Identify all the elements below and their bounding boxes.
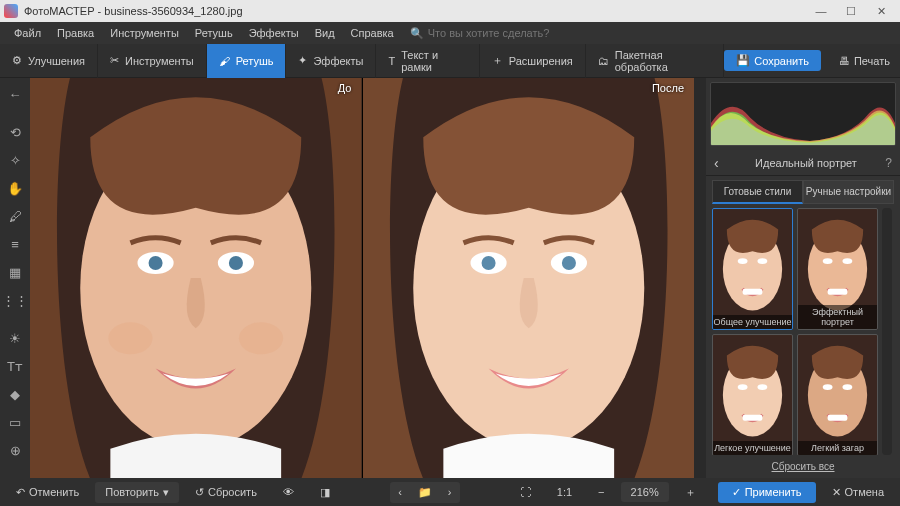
- tool-sliders-icon[interactable]: ≡: [3, 232, 27, 256]
- print-button[interactable]: 🖶Печать: [829, 51, 900, 71]
- tab-label: Инструменты: [125, 55, 194, 67]
- plus-icon: ＋: [492, 53, 503, 68]
- tab-batch[interactable]: 🗂Пакетная обработка: [586, 44, 725, 78]
- svg-point-27: [757, 384, 767, 390]
- prev-file-button[interactable]: ‹: [390, 482, 410, 503]
- tool-heal-icon[interactable]: ✧: [3, 148, 27, 172]
- preset-item[interactable]: Эффектный портрет: [797, 208, 878, 330]
- fit-button[interactable]: ⛶: [510, 482, 541, 502]
- canvas[interactable]: До После: [30, 78, 706, 478]
- svg-point-26: [738, 384, 748, 390]
- tab-text-frames[interactable]: TТекст и рамки: [376, 44, 479, 78]
- crop-icon: ✂: [110, 54, 119, 67]
- after-label: После: [652, 82, 684, 94]
- actual-size-button[interactable]: 1:1: [547, 482, 582, 502]
- search-input[interactable]: [428, 27, 568, 39]
- chevron-down-icon: ▾: [163, 486, 169, 499]
- tool-grid-icon[interactable]: ▦: [3, 260, 27, 284]
- tab-retouch[interactable]: 🖌Ретушь: [207, 44, 287, 78]
- svg-point-16: [738, 258, 748, 264]
- preset-label: Общее улучшение: [713, 315, 792, 329]
- save-button[interactable]: 💾Сохранить: [724, 50, 821, 71]
- svg-point-17: [757, 258, 767, 264]
- tab-label: Пакетная обработка: [615, 49, 712, 73]
- svg-rect-18: [743, 289, 763, 295]
- print-icon: 🖶: [839, 55, 850, 67]
- subtab-manual[interactable]: Ручные настройки: [803, 180, 894, 204]
- svg-point-31: [823, 384, 833, 390]
- tab-effects[interactable]: ✦Эффекты: [286, 44, 376, 78]
- subtab-presets[interactable]: Готовые стили: [712, 180, 803, 204]
- tool-sun-icon[interactable]: ☀: [3, 326, 27, 350]
- tool-brush-icon[interactable]: 🖊: [3, 204, 27, 228]
- close-button[interactable]: ✕: [866, 0, 896, 22]
- svg-point-22: [842, 258, 852, 264]
- panel-back-icon[interactable]: ‹: [714, 155, 719, 171]
- tool-dots-icon[interactable]: ⋮⋮: [3, 288, 27, 312]
- menubar: Файл Правка Инструменты Ретушь Эффекты В…: [0, 22, 900, 44]
- tab-enhance[interactable]: ⚙Улучшения: [0, 44, 98, 78]
- preset-item[interactable]: Легкое улучшение: [712, 334, 793, 455]
- eye-toggle[interactable]: 👁: [273, 482, 304, 502]
- tab-instruments[interactable]: ✂Инструменты: [98, 44, 207, 78]
- apply-button[interactable]: ✓Применить: [718, 482, 816, 503]
- cancel-button[interactable]: ✕Отмена: [822, 482, 894, 503]
- tool-hand-icon[interactable]: ✋: [3, 176, 27, 200]
- tool-frame-icon[interactable]: ▭: [3, 410, 27, 434]
- before-label: До: [338, 82, 352, 94]
- help-icon[interactable]: ?: [885, 156, 892, 170]
- next-file-button[interactable]: ›: [440, 482, 460, 503]
- preset-item[interactable]: Общее улучшение: [712, 208, 793, 330]
- reset-label: Сбросить: [208, 486, 257, 498]
- svg-point-5: [229, 256, 243, 270]
- svg-point-3: [149, 256, 163, 270]
- zoom-out-button[interactable]: −: [588, 482, 614, 502]
- panel-title: Идеальный портрет: [727, 157, 886, 169]
- preset-scrollbar[interactable]: [882, 208, 892, 455]
- undo-icon: ↶: [16, 486, 25, 499]
- svg-rect-23: [828, 289, 848, 295]
- left-toolstrip: ← ⟲ ✧ ✋ 🖊 ≡ ▦ ⋮⋮ ☀ Tᴛ ◆ ▭ ⊕: [0, 78, 30, 478]
- reset-icon: ↺: [195, 486, 204, 499]
- panel-subtabs: Готовые стили Ручные настройки: [712, 180, 894, 204]
- zoom-in-button[interactable]: ＋: [675, 481, 706, 504]
- stack-icon: 🗂: [598, 55, 609, 67]
- main-area: ← ⟲ ✧ ✋ 🖊 ≡ ▦ ⋮⋮ ☀ Tᴛ ◆ ▭ ⊕ До: [0, 78, 900, 478]
- tab-extensions[interactable]: ＋Расширения: [480, 44, 586, 78]
- presets-area: Общее улучшение Эффектный портрет Легкое…: [706, 208, 900, 455]
- preset-label: Эффектный портрет: [798, 305, 877, 329]
- folder-button[interactable]: 📁: [410, 482, 440, 503]
- menu-retouch[interactable]: Ретушь: [187, 27, 241, 39]
- compare-toggle[interactable]: ◨: [310, 482, 340, 503]
- tool-bucket-icon[interactable]: ◆: [3, 382, 27, 406]
- canvas-scrollbar[interactable]: [694, 78, 706, 478]
- zoom-value[interactable]: 216%: [621, 482, 669, 502]
- preset-item[interactable]: Легкий загар: [797, 334, 878, 455]
- svg-point-6: [108, 322, 152, 354]
- before-image: [30, 78, 362, 478]
- right-panel: ‹ Идеальный портрет ? Готовые стили Ручн…: [706, 78, 900, 478]
- menu-help[interactable]: Справка: [343, 27, 402, 39]
- minimize-button[interactable]: —: [806, 0, 836, 22]
- undo-button[interactable]: ↶Отменить: [6, 482, 89, 503]
- reset-button[interactable]: ↺Сбросить: [185, 482, 267, 503]
- tool-rotate-icon[interactable]: ⟲: [3, 120, 27, 144]
- tool-text-icon[interactable]: Tᴛ: [3, 354, 27, 378]
- after-pane: После: [362, 78, 695, 478]
- tool-back-icon[interactable]: ←: [3, 82, 27, 106]
- tool-globe-icon[interactable]: ⊕: [3, 438, 27, 462]
- menu-edit[interactable]: Правка: [49, 27, 102, 39]
- menu-effects[interactable]: Эффекты: [241, 27, 307, 39]
- menu-view[interactable]: Вид: [307, 27, 343, 39]
- menu-instruments[interactable]: Инструменты: [102, 27, 187, 39]
- svg-point-32: [842, 384, 852, 390]
- menu-search[interactable]: 🔍: [410, 27, 568, 40]
- plus-icon: ＋: [685, 485, 696, 500]
- maximize-button[interactable]: ☐: [836, 0, 866, 22]
- redo-button[interactable]: Повторить ▾: [95, 482, 179, 503]
- bottom-bar: ↶Отменить Повторить ▾ ↺Сбросить 👁 ◨ ‹ 📁 …: [0, 478, 900, 506]
- menu-file[interactable]: Файл: [6, 27, 49, 39]
- text-icon: T: [388, 55, 395, 67]
- reset-all-link[interactable]: Сбросить все: [706, 455, 900, 478]
- after-image: [363, 78, 695, 478]
